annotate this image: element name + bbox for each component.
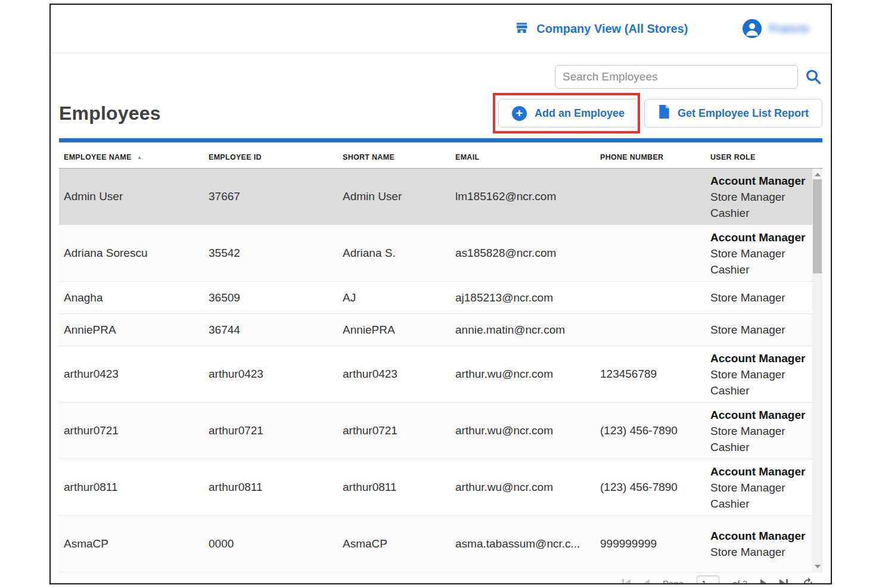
table-row[interactable]: Adriana Sorescu35542Adriana S.as185828@n… xyxy=(59,225,812,282)
table-row[interactable]: AsmaCP0000AsmaCPasma.tabassum@ncr.c...99… xyxy=(59,516,812,573)
cell-email: arthur.wu@ncr.com xyxy=(451,368,595,381)
column-header-short-name[interactable]: SHORT NAME xyxy=(338,153,451,168)
cell-phone-number: (123) 456-7890 xyxy=(595,481,706,494)
cell-email: aj185213@ncr.com xyxy=(451,291,595,304)
main-content: Employees + Add an Employee xyxy=(51,54,831,584)
page-title: Employees xyxy=(59,102,161,125)
vertical-scrollbar[interactable] xyxy=(812,169,822,573)
cell-phone-number: 999999999 xyxy=(595,537,706,550)
table-rows: Admin User37667Admin Userlm185162@ncr.co… xyxy=(59,169,812,573)
role-line: Account Manager xyxy=(710,350,807,366)
cell-user-roles: Account ManagerStore Manager xyxy=(706,528,807,560)
get-employee-list-report-button[interactable]: Get Employee List Report xyxy=(644,99,822,127)
refresh-icon[interactable] xyxy=(801,576,815,584)
role-line: Account Manager xyxy=(710,528,807,544)
table-row[interactable]: arthur0423arthur0423arthur0423arthur.wu@… xyxy=(59,346,812,403)
role-line: Cashier xyxy=(710,262,807,278)
cell-short-name: arthur0721 xyxy=(338,424,451,437)
last-page-button[interactable] xyxy=(779,579,788,584)
cell-user-roles: Store Manager xyxy=(706,290,807,306)
cell-phone-number: 123456789 xyxy=(595,368,706,381)
page-of-label: of 2 xyxy=(732,578,747,585)
column-header-phone-number[interactable]: PHONE NUMBER xyxy=(595,153,706,168)
role-line: Account Manager xyxy=(710,173,807,189)
user-avatar-icon xyxy=(743,19,762,38)
role-line: Store Manager xyxy=(710,322,807,338)
section-divider-line xyxy=(59,138,822,142)
cell-employee-id: 36509 xyxy=(204,291,338,304)
first-page-button[interactable] xyxy=(622,579,631,584)
pagination-bar: Page of 2 xyxy=(59,573,822,584)
store-icon xyxy=(515,21,529,37)
cell-employee-name: Adriana Sorescu xyxy=(59,247,204,260)
cell-employee-id: arthur0811 xyxy=(204,481,338,494)
user-name-blurred: Francis xyxy=(769,22,809,35)
search-input[interactable] xyxy=(555,65,798,89)
next-page-button[interactable] xyxy=(760,579,766,584)
cell-phone-number: (123) 456-7890 xyxy=(595,424,706,437)
previous-page-button[interactable] xyxy=(644,579,650,584)
page-label: Page xyxy=(663,578,684,585)
page-number-input[interactable] xyxy=(697,575,719,585)
cell-employee-name: arthur0423 xyxy=(59,368,204,381)
cell-user-roles: Account ManagerStore ManagerCashier xyxy=(706,173,807,221)
role-line: Store Manager xyxy=(710,544,807,560)
cell-employee-id: arthur0423 xyxy=(204,368,338,381)
user-menu[interactable]: Francis xyxy=(743,19,809,38)
role-line: Store Manager xyxy=(710,290,807,306)
cell-user-roles: Account ManagerStore ManagerCashier xyxy=(706,229,807,278)
table-row[interactable]: Anagha36509AJaj185213@ncr.comStore Manag… xyxy=(59,282,812,314)
scrollbar-thumb[interactable] xyxy=(813,179,822,273)
cell-short-name: Admin User xyxy=(338,190,451,203)
table-row[interactable]: arthur0721arthur0721arthur0721arthur.wu@… xyxy=(59,403,812,459)
cell-email: arthur.wu@ncr.com xyxy=(451,481,595,494)
role-line: Cashier xyxy=(710,382,807,399)
cell-short-name: Adriana S. xyxy=(338,247,451,260)
table-row[interactable]: AnniePRA36744AnniePRAannie.matin@ncr.com… xyxy=(59,314,812,346)
column-header-employee-id[interactable]: EMPLOYEE ID xyxy=(204,153,338,168)
cell-employee-name: Admin User xyxy=(59,190,204,203)
cell-short-name: AJ xyxy=(338,291,451,304)
table-row[interactable]: Admin User37667Admin Userlm185162@ncr.co… xyxy=(59,169,812,225)
company-view-selector[interactable]: Company View (All Stores) xyxy=(515,21,688,37)
cell-short-name: AnniePRA xyxy=(338,323,451,337)
report-label: Get Employee List Report xyxy=(678,107,809,120)
role-line: Account Manager xyxy=(710,229,807,245)
cell-employee-id: 0000 xyxy=(204,537,338,550)
cell-user-roles: Account ManagerStore ManagerCashier xyxy=(706,350,807,399)
cell-short-name: AsmaCP xyxy=(338,537,451,550)
add-employee-button[interactable]: + Add an Employee xyxy=(498,99,638,127)
column-header-email[interactable]: EMAIL xyxy=(451,153,595,168)
cell-employee-name: arthur0811 xyxy=(59,481,204,494)
add-employee-label: Add an Employee xyxy=(535,107,625,120)
role-line: Cashier xyxy=(710,439,807,455)
role-line: Cashier xyxy=(710,496,807,512)
scrollbar-down-arrow-icon[interactable] xyxy=(812,562,822,571)
cell-user-roles: Account ManagerStore ManagerCashier xyxy=(706,407,807,455)
scrollbar-up-arrow-icon[interactable] xyxy=(812,170,822,179)
plus-icon: + xyxy=(512,106,527,121)
sort-ascending-icon: ▲ xyxy=(137,154,142,160)
table-row[interactable]: arthur0811arthur0811arthur0811arthur.wu@… xyxy=(59,459,812,516)
role-line: Store Manager xyxy=(710,366,807,382)
cell-email: annie.matin@ncr.com xyxy=(451,323,595,337)
action-buttons: + Add an Employee Get Employee List xyxy=(498,99,822,127)
cell-employee-id: 35542 xyxy=(204,247,338,260)
role-line: Cashier xyxy=(710,205,807,221)
column-header-user-role[interactable]: USER ROLE xyxy=(706,153,807,168)
role-line: Store Manager xyxy=(710,245,807,262)
cell-email: asma.tabassum@ncr.c... xyxy=(451,537,595,550)
cell-employee-name: AsmaCP xyxy=(59,537,204,550)
cell-employee-name: AnniePRA xyxy=(59,323,204,337)
cell-employee-id: 36744 xyxy=(204,323,338,337)
company-view-label: Company View (All Stores) xyxy=(536,22,688,36)
table-body: Admin User37667Admin Userlm185162@ncr.co… xyxy=(59,169,822,573)
search-icon[interactable] xyxy=(805,68,822,86)
screenshot-stage: Company View (All Stores) Francis xyxy=(0,0,882,588)
document-icon xyxy=(658,105,670,122)
column-header-employee-name[interactable]: EMPLOYEE NAME ▲ xyxy=(59,153,204,168)
role-line: Store Manager xyxy=(710,189,807,205)
table-header: EMPLOYEE NAME ▲ EMPLOYEE ID SHORT NAME E… xyxy=(59,142,822,169)
cell-employee-id: 37667 xyxy=(204,190,338,203)
title-row: Employees + Add an Employee xyxy=(59,98,822,129)
